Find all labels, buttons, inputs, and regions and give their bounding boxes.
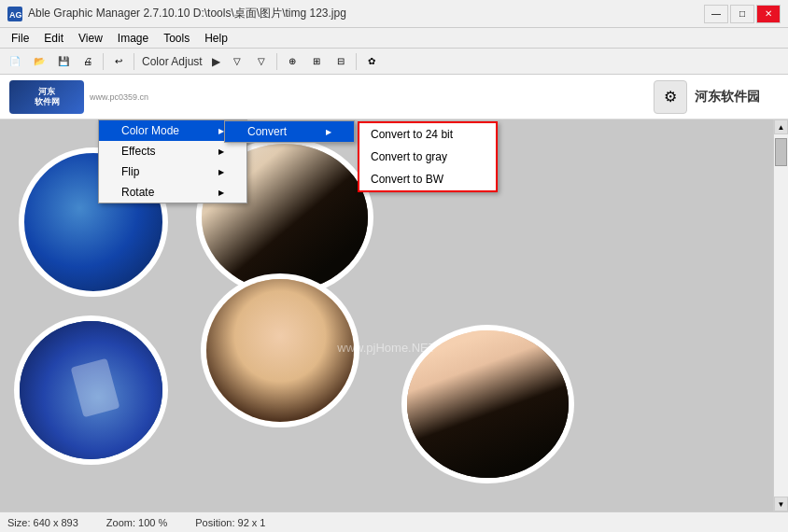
scroll-thumb[interactable] (775, 138, 787, 166)
photo-circle-blue-bot (14, 315, 168, 465)
settings-button[interactable]: ⚙ (654, 80, 687, 114)
sep-2 (134, 53, 134, 70)
effects-item[interactable]: Effects ▶ (99, 141, 246, 161)
app-logo: AG (7, 7, 22, 21)
header-area: 河东软件网 www.pc0359.cn ⚙ 河东软件园 (0, 75, 788, 119)
flip-label: Flip (121, 165, 139, 178)
context-menu: Color Mode ▶ Convert ▶ Convert to 24 bit (98, 119, 247, 203)
menu-image[interactable]: Image (110, 30, 156, 47)
rotate-label: Rotate (121, 186, 154, 199)
toolbar-btn-2[interactable]: ▽ (250, 51, 273, 72)
menu-edit[interactable]: Edit (36, 30, 71, 47)
save-button[interactable]: 💾 (52, 51, 75, 72)
menu-bar: File Edit View Image Tools Help (0, 28, 788, 49)
close-button[interactable]: ✕ (756, 5, 781, 23)
toolbar-btn-3[interactable]: ⊕ (281, 51, 303, 72)
toolbar-btn-1[interactable]: ▽ (226, 51, 248, 72)
site-name: 河东软件园 (695, 89, 760, 105)
color-mode-label: Color Mode (121, 124, 179, 137)
color-mode-item[interactable]: Color Mode ▶ Convert ▶ Convert to 24 bit (99, 120, 246, 141)
menu-file[interactable]: File (4, 30, 36, 47)
color-adjust-label: Color Adjust (138, 55, 206, 68)
undo-button[interactable]: ↩ (107, 51, 130, 72)
convert-item[interactable]: Convert ▶ Convert to 24 bit Convert to g… (225, 121, 354, 142)
sep-1 (103, 53, 104, 70)
convert-24bit-item[interactable]: Convert to 24 bit (359, 123, 496, 146)
convert-gray-item[interactable]: Convert to gray (359, 146, 496, 168)
convert-24bit-label: Convert to 24 bit (371, 128, 453, 141)
menu-view[interactable]: View (71, 30, 110, 47)
main-area: www.pjHome.NET Color Mode ▶ Convert ▶ (0, 119, 788, 511)
convert-bw-label: Convert to BW (371, 173, 443, 186)
sep-4 (356, 53, 357, 70)
convert-gray-label: Convert to gray (371, 150, 447, 163)
photo-circle-face-mid (201, 273, 359, 427)
toolbar-1: 📄 📂 💾 🖨 ↩ Color Adjust ▶ ▽ ▽ ⊕ ⊞ ⊟ ✿ (0, 49, 788, 75)
convert-label: Convert (247, 125, 287, 138)
status-size: Size: 640 x 893 (7, 517, 78, 528)
status-position: Position: 92 x 1 (195, 517, 265, 528)
toolbar-btn-6[interactable]: ✿ (360, 51, 383, 72)
dropdown-overlay: Color Mode ▶ Convert ▶ Convert to 24 bit (98, 119, 247, 203)
menu-help[interactable]: Help (197, 30, 235, 47)
convert-submenu: Convert to 24 bit Convert to gray Conver… (358, 121, 498, 192)
status-zoom: Zoom: 100 % (106, 517, 167, 528)
status-bar: Size: 640 x 893 Zoom: 100 % Position: 92… (0, 511, 788, 532)
scroll-down-button[interactable]: ▼ (774, 497, 788, 511)
flip-item[interactable]: Flip ▶ (99, 161, 246, 182)
convert-bw-item[interactable]: Convert to BW (359, 168, 496, 190)
gear-icon: ⚙ (664, 88, 677, 105)
open-button[interactable]: 📂 (28, 51, 50, 72)
menu-tools[interactable]: Tools (156, 30, 197, 47)
minimize-button[interactable]: — (704, 5, 728, 23)
toolbar-btn-4[interactable]: ⊞ (305, 51, 328, 72)
effects-arrow: ▶ (218, 147, 224, 156)
sep-3 (276, 53, 277, 70)
rotate-item[interactable]: Rotate ▶ (99, 182, 246, 203)
scroll-up-button[interactable]: ▲ (774, 119, 788, 134)
new-button[interactable]: 📄 (4, 51, 26, 72)
svg-text:AG: AG (9, 10, 22, 20)
flip-arrow: ▶ (218, 168, 224, 176)
window-title: Able Graphic Manager 2.7.10.10 D:\tools\… (28, 6, 704, 21)
scroll-track[interactable] (774, 134, 788, 497)
window-controls: — □ ✕ (704, 5, 781, 23)
color-adjust-arrow: ▶ (208, 55, 224, 68)
color-mode-submenu: Convert ▶ Convert to 24 bit Convert to g… (224, 120, 355, 143)
rotate-arrow: ▶ (218, 189, 224, 197)
toolbar-btn-5[interactable]: ⊟ (330, 51, 352, 72)
photo-circle-hair-bot (401, 325, 574, 483)
maximize-button[interactable]: □ (730, 5, 754, 23)
title-bar: AG Able Graphic Manager 2.7.10.10 D:\too… (0, 0, 788, 28)
convert-arrow: ▶ (326, 128, 331, 136)
canvas-area: www.pjHome.NET Color Mode ▶ Convert ▶ (0, 119, 773, 511)
site-url-label: www.pc0359.cn (90, 92, 148, 102)
print-button[interactable]: 🖨 (77, 51, 99, 72)
scrollbar-vertical[interactable]: ▲ ▼ (773, 119, 788, 511)
effects-label: Effects (121, 145, 155, 158)
